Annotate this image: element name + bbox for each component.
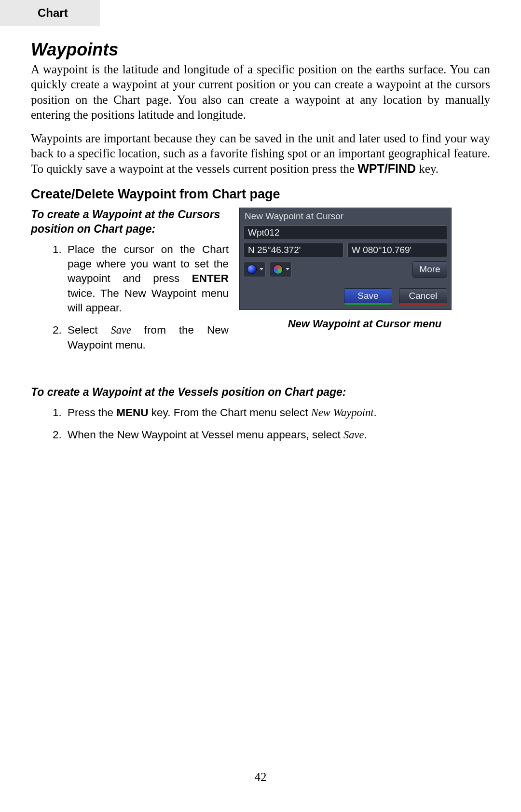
more-button[interactable]: More <box>412 261 447 278</box>
instruction-vessel-step-1: Press the MENU key. From the Chart menu … <box>65 406 490 420</box>
instruction-vessel-steps: Press the MENU key. From the Chart menu … <box>31 406 490 443</box>
save-menu-item: Save <box>110 324 131 336</box>
page-title: Waypoints <box>31 40 490 60</box>
chevron-down-icon <box>286 268 289 270</box>
save-menu-item-2: Save <box>343 429 364 441</box>
step2-pre: Select <box>68 324 110 336</box>
enter-key: ENTER <box>192 272 229 284</box>
menu-key: MENU <box>116 406 148 419</box>
page-number: 42 <box>0 770 521 784</box>
instruction-cursor-title: To create a Waypoint at the Cursors posi… <box>31 208 229 237</box>
dialog-title: New Waypoint at Cursor <box>240 208 451 225</box>
wpt-find-key: WPT/FIND <box>357 162 416 175</box>
instruction-vessel-step-2: When the New Waypoint at Vessel menu app… <box>65 428 490 442</box>
vstep1-post: . <box>374 406 377 419</box>
color-wheel-icon <box>273 265 283 274</box>
instruction-vessel-title: To create a Waypoint at the Vessels posi… <box>31 385 490 400</box>
intro-paragraph-2: Waypoints are important because they can… <box>31 131 490 176</box>
cancel-button[interactable]: Cancel <box>399 288 447 305</box>
figure-caption: New Waypoint at Cursor menu <box>239 318 490 330</box>
chapter-tab-label: Chart <box>38 6 68 20</box>
instruction-cursor-step-1: Place the cursor on the Chart page where… <box>65 242 229 316</box>
instruction-cursor-step-2: Select Save from the New Waypoint menu. <box>65 323 229 352</box>
latitude-field[interactable]: N 25°46.372' <box>244 243 343 257</box>
chapter-tab: Chart <box>0 0 100 26</box>
color-select[interactable] <box>270 262 292 277</box>
chevron-down-icon <box>260 268 263 270</box>
subheading-create-delete: Create/Delete Waypoint from Chart page <box>31 187 490 202</box>
intro-paragraph-1: A waypoint is the latitude and longitude… <box>31 62 490 122</box>
icon-select[interactable] <box>244 262 266 277</box>
waypoint-name-field[interactable]: Wpt012 <box>244 225 447 240</box>
save-button[interactable]: Save <box>344 288 392 305</box>
new-waypoint-menu-item: New Waypoint <box>311 406 374 419</box>
vstep2-post: . <box>364 429 367 441</box>
waypoint-icon <box>247 265 257 274</box>
new-waypoint-dialog: New Waypoint at Cursor Wpt012 N 25°46.37… <box>239 208 452 310</box>
instruction-cursor-steps: Place the cursor on the Chart page where… <box>31 242 229 353</box>
vstep1-pre: Press the <box>68 406 116 419</box>
para2-text-post: key. <box>416 162 439 175</box>
step1-post: twice. The New Waypoint menu will appear… <box>68 287 229 314</box>
longitude-field[interactable]: W 080°10.769' <box>347 243 447 257</box>
vstep2-pre: When the New Waypoint at Vessel menu app… <box>68 429 343 441</box>
vstep1-mid: key. From the Chart menu select <box>149 406 311 419</box>
